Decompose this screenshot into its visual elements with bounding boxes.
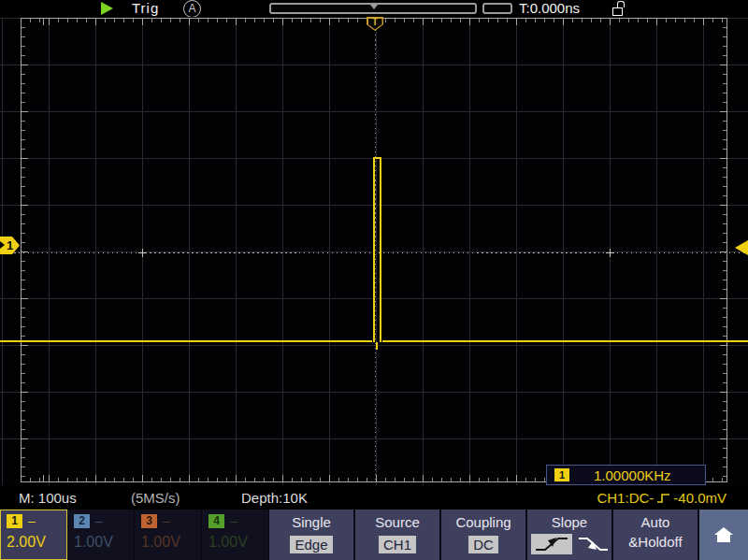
slope-rising-icon [533, 535, 570, 553]
trigger-slope-button[interactable]: Slope [527, 510, 613, 560]
channel-1-box[interactable]: 1 – 2.00V [0, 510, 67, 560]
trigger-source-button[interactable]: Source CH1 [355, 510, 441, 560]
waveform-falling-edge [380, 159, 381, 342]
trigger-mode-button[interactable]: Single Edge [269, 510, 355, 560]
trigger-position-dotted-line [375, 30, 376, 482]
trigger-source-value: CH1 [379, 536, 416, 553]
auto-holdoff-button[interactable]: Auto &Holdoff [613, 510, 699, 560]
slope-falling-icon[interactable] [577, 535, 609, 553]
channel-3-scale: 1.00V [141, 534, 201, 551]
status-bar: M: 100us (5MS/s) Depth:10K CH1:DC- -40.0… [0, 486, 748, 510]
channel-3-box[interactable]: 3 – 1.00V [135, 510, 202, 560]
frequency-counter: 1 1.00000KHz [546, 465, 706, 485]
unlock-icon[interactable] [612, 1, 626, 16]
auto-label: Auto [613, 514, 698, 530]
channel-4-badge: 4 [209, 514, 224, 528]
record-remainder-segment [482, 3, 512, 14]
trigger-coupling-value: DC [468, 536, 498, 553]
channel-4-scale: 1.00V [209, 534, 268, 551]
rising-edge-icon [656, 491, 670, 506]
trigger-mode-label: Single [269, 514, 353, 530]
waveform-display: T 1 1 1.00000KHz [0, 17, 748, 486]
home-icon [714, 527, 733, 542]
run-state-icon [101, 2, 113, 15]
channel-4-box[interactable]: 4 – 1.00V [202, 510, 269, 560]
horizontal-offset-readout: T:0.000ns [519, 0, 580, 17]
freq-channel-badge: 1 [554, 468, 569, 481]
holdoff-label: &Holdoff [613, 534, 698, 550]
channel-2-box[interactable]: 2 – 1.00V [67, 510, 135, 560]
trigger-level-arrow[interactable] [735, 240, 748, 255]
channel-1-scale: 2.00V [7, 534, 66, 551]
channel-2-badge: 2 [74, 514, 90, 528]
reference-cross-left [138, 249, 147, 257]
waveform-baseline-right [382, 340, 748, 342]
trigger-mode-value: Edge [290, 536, 332, 553]
channel-1-badge: 1 [7, 514, 22, 528]
trigger-coupling-label: Coupling [441, 514, 525, 530]
channel-2-scale: 1.00V [74, 534, 134, 551]
waveform-rising-edge [373, 159, 375, 342]
top-status-bar: Trig A T:0.000ns [0, 0, 748, 17]
trigger-source-coupling: CH1:DC- [597, 486, 654, 510]
sample-rate-readout: (5MS/s) [131, 486, 180, 510]
trigger-level-readout: -40.0mV [673, 486, 726, 510]
oscilloscope-screen: Trig A T:0.000ns T 1 [0, 0, 748, 560]
trigger-source-label: Source [355, 514, 439, 530]
trigger-position-pointer-icon [370, 5, 378, 9]
channel-3-badge: 3 [141, 514, 157, 528]
timebase-readout: M: 100us [19, 486, 77, 510]
trigger-coupling-button[interactable]: Coupling DC [441, 510, 527, 560]
reference-cross-right [606, 249, 614, 257]
waveform-baseline-left [0, 340, 372, 342]
memory-depth-readout: Depth:10K [241, 486, 308, 510]
auto-trigger-icon: A [183, 0, 201, 18]
slope-rising-option[interactable] [531, 534, 572, 554]
trig-status-label: Trig [132, 0, 159, 17]
home-button[interactable] [699, 510, 748, 560]
trigger-settings-readout: CH1:DC- -40.0mV [597, 486, 726, 510]
record-window-indicator[interactable] [269, 3, 512, 14]
waveform-undershoot [376, 342, 378, 350]
ruler-left [21, 18, 28, 482]
ruler-right [720, 18, 727, 482]
bottom-menu-bar: 1 – 2.00V 2 – 1.00V 3 – 1.00V 4 – 1.00V [0, 510, 748, 560]
frequency-readout: 1.00000KHz [594, 467, 671, 483]
trigger-slope-label: Slope [527, 514, 611, 530]
